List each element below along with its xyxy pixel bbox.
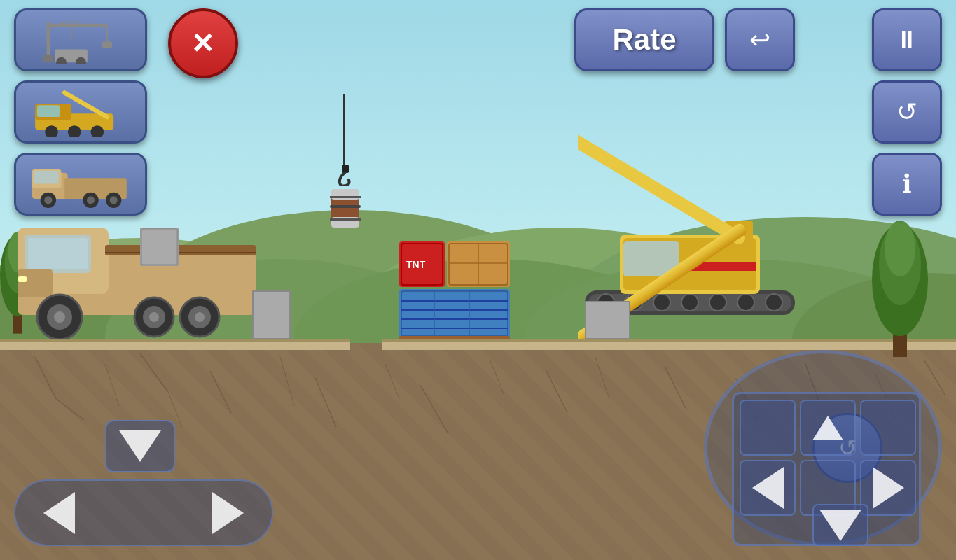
tree-right [872,203,928,343]
svg-line-16 [315,378,336,427]
svg-point-50 [195,312,205,322]
vehicle-btn-mobile-crane[interactable] [14,80,147,144]
share-button[interactable]: ↩ [725,8,795,71]
svg-line-10 [56,399,84,420]
svg-line-11 [105,364,119,406]
svg-line-12 [140,354,168,392]
restart-icon: ↺ [896,97,917,127]
game-screen: TNT [0,0,956,560]
truck-left-button[interactable] [43,492,75,534]
svg-rect-39 [18,270,53,298]
svg-point-61 [737,294,754,311]
svg-rect-76 [330,205,361,208]
svg-rect-74 [330,196,361,198]
svg-text:TNT: TNT [406,259,426,270]
truck-controls [14,420,273,546]
svg-rect-41 [105,252,256,253]
svg-rect-75 [330,218,361,220]
platform-left [0,340,350,350]
pause-button[interactable]: ⏸ [872,8,942,71]
crane-controls: ↺ [662,350,942,546]
svg-point-58 [653,294,670,311]
svg-line-68 [578,130,739,238]
svg-rect-53 [18,276,27,282]
share-icon: ↩ [749,25,770,55]
close-icon: × [193,24,214,60]
crane-dpad-empty2 [860,400,916,456]
crane-down-button[interactable] [812,504,868,546]
svg-rect-99 [102,41,112,48]
svg-point-47 [149,312,159,322]
svg-rect-84 [399,289,510,338]
crane-left-button[interactable] [740,460,796,516]
svg-point-44 [54,312,65,323]
svg-line-21 [595,357,609,399]
svg-rect-52 [141,229,177,265]
info-button[interactable]: ℹ [872,153,942,216]
truck-lr-controls [14,479,273,546]
svg-rect-114 [34,171,58,184]
svg-line-20 [546,371,567,413]
truck [14,214,259,340]
vehicle-btn-crane-tower[interactable] [14,8,147,71]
svg-line-15 [280,357,294,406]
svg-rect-92 [399,336,510,340]
svg-point-116 [44,196,52,204]
vehicle-btn-truck[interactable] [14,153,147,216]
barrel [328,186,363,231]
platform-right [382,340,956,350]
pause-icon: ⏸ [894,25,920,55]
truck-down-button[interactable] [105,420,175,472]
svg-line-17 [385,364,399,399]
crane-wire [343,94,345,164]
crane-right-button[interactable] [860,460,916,516]
svg-rect-100 [43,55,53,62]
svg-line-18 [420,385,448,434]
crates-area: TNT [399,214,511,340]
svg-point-118 [86,196,94,204]
svg-point-34 [885,220,915,276]
svg-rect-110 [36,105,60,117]
svg-line-9 [35,357,56,399]
crane-up-button[interactable] [800,400,856,456]
svg-line-14 [210,371,231,413]
svg-point-60 [709,294,726,311]
svg-rect-38 [28,238,88,270]
info-icon: ℹ [902,169,912,199]
truck-right-button[interactable] [212,492,244,534]
gray-block-left [252,290,291,340]
svg-rect-40 [105,245,256,255]
crane-hook [336,164,354,186]
down-arrow-icon [119,430,161,462]
rate-button[interactable]: Rate [574,8,714,71]
svg-rect-70 [342,164,349,173]
svg-point-59 [681,294,698,311]
close-button[interactable]: × [168,8,238,78]
svg-line-19 [490,360,504,396]
rate-label: Rate [612,23,676,57]
crane-down-arrow-icon [819,510,861,541]
crane-dpad-empty1 [740,400,796,456]
restart-button[interactable]: ↺ [872,80,942,144]
svg-point-120 [109,196,117,204]
gray-block-right [585,301,630,340]
svg-point-62 [766,294,782,311]
